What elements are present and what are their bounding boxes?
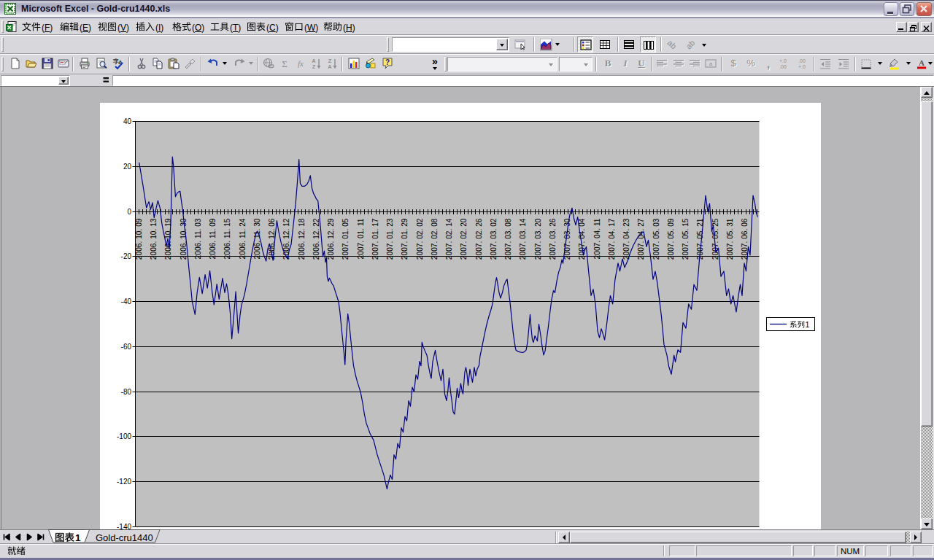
svg-text:2007. 05. 31: 2007. 05. 31	[726, 218, 734, 260]
svg-text:2007. 03. 14: 2007. 03. 14	[519, 218, 527, 260]
svg-text:2007. 02. 02: 2007. 02. 02	[416, 218, 424, 260]
svg-text:2006. 11. 03: 2006. 11. 03	[194, 218, 202, 259]
svg-text:-80: -80	[121, 388, 132, 396]
svg-text:2006. 12. 18: 2006. 12. 18	[298, 218, 306, 260]
svg-text:ab: ab	[666, 39, 679, 51]
svg-text:-40: -40	[121, 298, 132, 306]
svg-text:2007. 05. 15: 2007. 05. 15	[682, 218, 690, 260]
svg-text:2007. 04. 04: 2007. 04. 04	[578, 218, 586, 260]
svg-text:+.0: +.0	[779, 58, 787, 63]
svg-text:2007. 02. 20: 2007. 02. 20	[460, 218, 468, 260]
svg-text:1: 1	[806, 320, 810, 329]
svg-text:ab: ab	[684, 39, 697, 51]
svg-text:2007. 01. 23: 2007. 01. 23	[386, 218, 394, 260]
svg-text:2006. 12. 22: 2006. 12. 22	[312, 218, 320, 260]
svg-text:?: ?	[385, 58, 390, 66]
svg-text:2007. 01. 29: 2007. 01. 29	[401, 218, 409, 260]
svg-text:20: 20	[123, 163, 132, 171]
svg-text:-20: -20	[121, 252, 132, 260]
svg-text:-120: -120	[117, 478, 131, 486]
svg-text:2007. 04. 23: 2007. 04. 23	[622, 218, 630, 260]
svg-text:2007. 05. 09: 2007. 05. 09	[667, 218, 675, 260]
svg-text:2007. 01. 05: 2007. 01. 05	[341, 218, 350, 260]
svg-text:2006. 11. 09: 2006. 11. 09	[209, 218, 217, 259]
svg-text:A: A	[919, 58, 925, 67]
svg-text:40: 40	[123, 117, 132, 125]
svg-text:2007. 04. 11: 2007. 04. 11	[593, 218, 601, 259]
svg-text:2006. 10. 09: 2006. 10. 09	[135, 218, 143, 260]
svg-text:Σ: Σ	[282, 58, 287, 69]
svg-text:2006. 11. 15: 2006. 11. 15	[223, 218, 231, 259]
svg-text:2007. 02. 26: 2007. 02. 26	[475, 218, 483, 260]
svg-text:2007. 01. 17: 2007. 01. 17	[371, 218, 379, 260]
svg-text:2006. 10. 19: 2006. 10. 19	[164, 218, 172, 260]
svg-text:2006. 12. 12: 2006. 12. 12	[282, 218, 290, 260]
svg-text:-60: -60	[121, 343, 132, 351]
svg-text:2007. 04. 27: 2007. 04. 27	[637, 218, 645, 260]
svg-text:a: a	[709, 61, 713, 67]
svg-text:.00: .00	[798, 58, 806, 63]
svg-text:+.0: +.0	[798, 64, 806, 69]
svg-text:0: 0	[127, 208, 131, 216]
svg-text:2007. 03. 26: 2007. 03. 26	[549, 218, 557, 260]
svg-text:.00: .00	[779, 64, 787, 69]
svg-text:2007. 02. 08: 2007. 02. 08	[431, 218, 439, 260]
svg-text:2007. 03. 20: 2007. 03. 20	[534, 218, 542, 260]
svg-text:2007. 05. 25: 2007. 05. 25	[711, 218, 719, 260]
svg-text:2007. 03. 02: 2007. 03. 02	[490, 218, 498, 260]
svg-text:fx: fx	[298, 59, 304, 68]
svg-text:2006. 10. 13: 2006. 10. 13	[150, 218, 158, 260]
svg-text:2007. 03. 08: 2007. 03. 08	[504, 218, 512, 260]
svg-text:2006. 12. 29: 2006. 12. 29	[327, 218, 335, 260]
svg-text:2007. 02. 14: 2007. 02. 14	[445, 218, 453, 260]
svg-text:2007. 05. 03: 2007. 05. 03	[652, 218, 660, 260]
svg-text:2007. 01. 11: 2007. 01. 11	[357, 218, 365, 259]
svg-text:2006. 11. 24: 2006. 11. 24	[239, 218, 247, 259]
svg-text:-100: -100	[117, 432, 131, 440]
svg-text:2007. 04. 17: 2007. 04. 17	[608, 218, 616, 260]
svg-text:Z: Z	[312, 63, 316, 70]
svg-text:A: A	[328, 63, 332, 70]
